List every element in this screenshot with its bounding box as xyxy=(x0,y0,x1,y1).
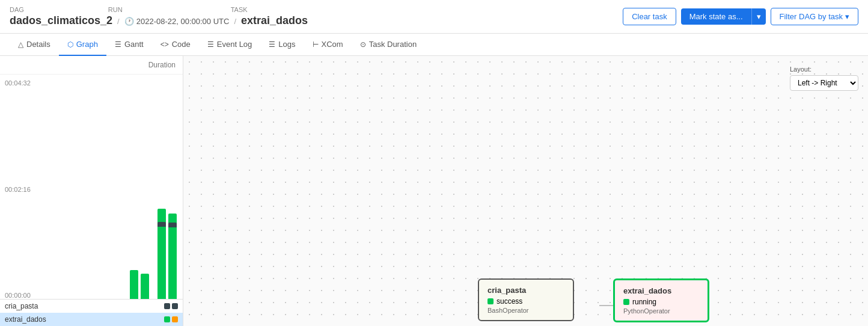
run-value[interactable]: 2022-08-22, 00:00:00 UTC xyxy=(136,17,230,26)
tab-event-log-label: Event Log xyxy=(217,40,252,49)
y-label-top: 00:04:32 xyxy=(5,79,31,87)
xcom-icon: ⊢ xyxy=(313,40,319,49)
layout-select[interactable]: Left -> Right Top -> Bottom xyxy=(790,75,858,91)
tab-gantt[interactable]: ☰ Gantt xyxy=(106,34,152,56)
dot-orange-1 xyxy=(172,316,178,322)
event-log-icon: ☰ xyxy=(207,40,214,49)
dot-green-1 xyxy=(164,316,170,322)
bar-cria-pasta-1 xyxy=(130,270,138,299)
chart-container: 00:04:32 00:02:16 00:00:00 xyxy=(0,75,183,299)
task-row-cria-pasta[interactable]: cria_pasta xyxy=(0,300,183,313)
tab-bar: △ Details ⬡ Graph ☰ Gantt <> Code ☰ Even… xyxy=(0,34,868,56)
y-label-bot: 00:00:00 xyxy=(5,292,31,299)
bar-cria-pasta-2 xyxy=(141,274,149,299)
task-row-extrai-dados[interactable]: extrai_dados xyxy=(0,313,183,326)
header: DAG Run Task dados_climaticos_2 / 🕐 2022… xyxy=(0,0,868,34)
dag-node-cria-pasta-operator: BashOperator xyxy=(487,307,564,314)
clock-icon: 🕐 xyxy=(124,17,134,26)
y-label-mid: 00:02:16 xyxy=(5,186,31,193)
tab-logs-label: Logs xyxy=(278,40,295,49)
y-axis: 00:04:32 00:02:16 00:00:00 xyxy=(5,79,31,299)
tab-logs[interactable]: ☰ Logs xyxy=(260,34,304,56)
bar-dark-2 xyxy=(168,223,177,227)
dag-node-extrai-dados-title: extrai_dados xyxy=(623,286,699,295)
clear-task-button[interactable]: Clear task xyxy=(623,8,676,25)
gantt-icon: ☰ xyxy=(115,40,121,49)
layout-control: Layout: Left -> Right Top -> Bottom xyxy=(790,66,858,91)
layout-label: Layout: xyxy=(790,66,858,73)
mark-state-button[interactable]: Mark state as... xyxy=(681,8,751,25)
dag-node-extrai-dados-operator: PythonOperator xyxy=(623,307,699,315)
tab-xcom[interactable]: ⊢ XCom xyxy=(304,34,352,56)
dag-meta-label: DAG xyxy=(10,6,24,13)
run-meta-label: Run xyxy=(108,6,123,13)
run-info: 🕐 2022-08-22, 00:00:00 UTC xyxy=(124,17,230,26)
filter-chevron-icon: ▾ xyxy=(845,12,849,21)
tab-graph-label: Graph xyxy=(76,40,98,49)
tab-graph[interactable]: ⬡ Graph xyxy=(59,34,106,56)
code-icon: <> xyxy=(160,40,169,49)
task-name[interactable]: extrai_dados xyxy=(241,14,308,27)
status-dot-success xyxy=(487,298,494,304)
breadcrumb-meta: DAG Run Task dados_climaticos_2 / 🕐 2022… xyxy=(10,6,308,27)
logs-icon: ☰ xyxy=(269,40,275,49)
dag-node-cria-pasta-title: cria_pasta xyxy=(487,286,564,295)
task-duration-icon: ⊙ xyxy=(360,40,366,49)
dag-node-cria-pasta-status: success xyxy=(487,297,564,306)
graph-icon: ⬡ xyxy=(67,40,73,49)
mark-state-group: Mark state as... ▾ xyxy=(681,8,766,25)
tab-xcom-label: XCom xyxy=(322,40,343,49)
task-list: cria_pasta extrai_dados xyxy=(0,299,183,326)
dag-name[interactable]: dados_climaticos_2 xyxy=(10,14,112,27)
tab-details-label: Details xyxy=(26,40,50,49)
filter-dag-button[interactable]: Filter DAG by task ▾ xyxy=(771,8,858,25)
main-content: Duration 00:04:32 00:02:16 00:00:00 xyxy=(0,56,868,326)
tab-event-log[interactable]: ☰ Event Log xyxy=(199,34,261,56)
status-label-running: running xyxy=(632,298,656,306)
tab-task-duration[interactable]: ⊙ Task Duration xyxy=(352,34,425,56)
tab-code-label: Code xyxy=(172,40,191,49)
graph-panel[interactable]: Layout: Left -> Right Top -> Bottom cria… xyxy=(183,56,868,326)
task-meta-label: Task xyxy=(231,6,248,13)
tab-task-duration-label: Task Duration xyxy=(369,40,417,49)
details-icon: △ xyxy=(18,40,23,49)
status-dot-running xyxy=(623,299,629,305)
filter-dag-label: Filter DAG by task xyxy=(780,12,843,21)
breadcrumb: dados_climaticos_2 / 🕐 2022-08-22, 00:00… xyxy=(10,14,308,27)
duration-header: Duration xyxy=(0,56,183,75)
dag-node-extrai-dados-status: running xyxy=(623,298,699,306)
dot-black-1 xyxy=(164,303,170,309)
tab-code[interactable]: <> Code xyxy=(152,34,199,56)
dag-node-extrai-dados[interactable]: extrai_dados running PythonOperator xyxy=(613,278,709,322)
mark-state-chevron[interactable]: ▾ xyxy=(751,8,766,25)
dag-node-cria-pasta[interactable]: cria_pasta success BashOperator xyxy=(478,278,574,321)
tab-gantt-label: Gantt xyxy=(124,40,144,49)
task-name-extrai-dados: extrai_dados xyxy=(5,315,46,324)
overlay-bars xyxy=(157,209,177,299)
meta-labels: DAG Run Task xyxy=(10,6,308,13)
header-left: DAG Run Task dados_climaticos_2 / 🕐 2022… xyxy=(10,6,308,27)
task-dots-cria-pasta xyxy=(164,303,178,309)
status-label-success: success xyxy=(497,297,522,306)
dot-black-2 xyxy=(172,303,178,309)
tab-details[interactable]: △ Details xyxy=(10,34,59,56)
bar-dark-1 xyxy=(157,222,166,227)
task-name-cria-pasta: cria_pasta xyxy=(5,302,38,310)
header-actions: Clear task Mark state as... ▾ Filter DAG… xyxy=(623,8,858,25)
app-container: DAG Run Task dados_climaticos_2 / 🕐 2022… xyxy=(0,0,868,326)
left-panel: Duration 00:04:32 00:02:16 00:00:00 xyxy=(0,56,183,326)
task-dots-extrai-dados xyxy=(164,316,178,322)
